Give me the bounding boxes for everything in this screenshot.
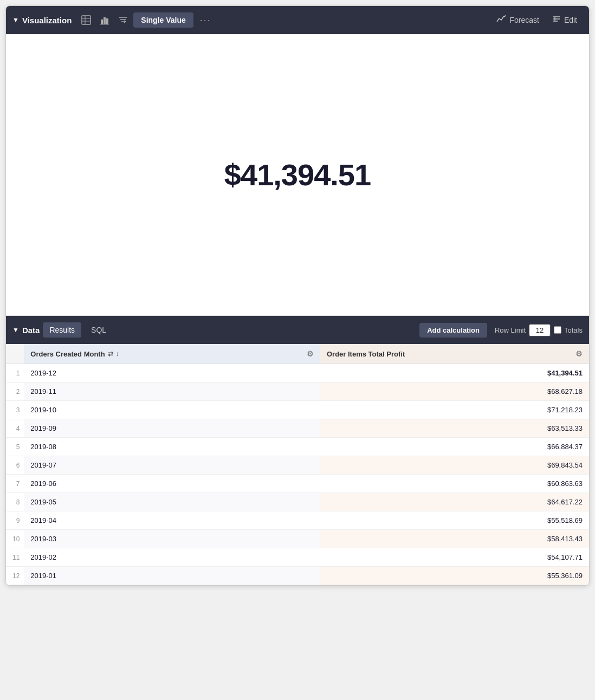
totals-label: Totals	[554, 326, 583, 334]
filter-view-button[interactable]	[115, 13, 131, 27]
dimension-cell: 2019-03	[24, 530, 320, 548]
row-limit-label: Row Limit	[495, 326, 526, 334]
row-number: 1	[6, 364, 24, 383]
viz-toolbar-left: ▼ Visualization	[12, 16, 72, 25]
chevron-down-icon: ▼	[12, 16, 19, 24]
svg-rect-4	[101, 20, 103, 24]
row-limit-input[interactable]	[529, 324, 551, 336]
row-number: 2	[6, 383, 24, 401]
row-number: 12	[6, 567, 24, 585]
table-row: 82019-05$64,617.22	[6, 493, 589, 511]
add-calculation-button[interactable]: Add calculation	[419, 323, 487, 338]
results-tab[interactable]: Results	[43, 322, 81, 338]
row-number: 11	[6, 548, 24, 567]
dimension-cell: 2019-05	[24, 493, 320, 511]
data-toolbar-title: Data	[22, 326, 40, 335]
dimension-cell: 2019-08	[24, 438, 320, 456]
bar-chart-button[interactable]	[96, 13, 113, 27]
dimension-cell: 2019-06	[24, 475, 320, 493]
viz-area: $41,394.51	[6, 34, 589, 316]
edit-label: Edit	[564, 16, 577, 24]
measure-cell: $58,413.43	[320, 530, 589, 548]
edit-icon	[552, 15, 561, 25]
measure-cell: $54,107.71	[320, 548, 589, 567]
more-options-button[interactable]: ···	[196, 12, 216, 28]
dimension-col-label: Orders Created Month	[30, 350, 105, 358]
single-value-tab[interactable]: Single Value	[133, 12, 193, 28]
table-row: 112019-02$54,107.71	[6, 548, 589, 567]
dimension-cell: 2019-07	[24, 456, 320, 475]
row-number: 5	[6, 438, 24, 456]
table-body: 12019-12$41,394.5122019-11$68,627.183201…	[6, 364, 589, 585]
measure-cell: $63,513.33	[320, 419, 589, 438]
row-number: 7	[6, 475, 24, 493]
forecast-icon	[496, 14, 506, 26]
measure-cell: $66,884.37	[320, 438, 589, 456]
dimension-cell: 2019-12	[24, 364, 320, 383]
table-header-row: Orders Created Month ⇄ ↓ ⚙ Order Items T…	[6, 344, 589, 364]
measure-cell: $68,627.18	[320, 383, 589, 401]
measure-gear-icon[interactable]: ⚙	[575, 349, 583, 358]
measure-cell: $69,843.54	[320, 456, 589, 475]
table-row: 22019-11$68,627.18	[6, 383, 589, 401]
totals-checkbox[interactable]	[554, 326, 561, 334]
single-value-display: $41,394.51	[224, 157, 371, 192]
data-chevron-icon: ▼	[12, 326, 19, 334]
measure-cell: $41,394.51	[320, 364, 589, 383]
dimension-cell: 2019-04	[24, 511, 320, 530]
row-number: 10	[6, 530, 24, 548]
dimension-cell: 2019-10	[24, 401, 320, 419]
edit-button[interactable]: Edit	[547, 12, 583, 28]
viz-toolbar-title: Visualization	[22, 16, 72, 25]
row-number: 3	[6, 401, 24, 419]
row-num-header	[6, 344, 24, 364]
measure-cell: $55,518.69	[320, 511, 589, 530]
measure-col-header: Order Items Total Profit ⚙	[320, 344, 589, 364]
table-row: 12019-12$41,394.51	[6, 364, 589, 383]
svg-rect-0	[82, 16, 90, 24]
row-number: 8	[6, 493, 24, 511]
sql-tab[interactable]: SQL	[85, 322, 113, 338]
measure-cell: $71,218.23	[320, 401, 589, 419]
table-row: 102019-03$58,413.43	[6, 530, 589, 548]
sort-desc-icon[interactable]: ↓	[116, 350, 119, 358]
measure-cell: $55,361.09	[320, 567, 589, 585]
svg-line-11	[503, 16, 506, 17]
main-container: ▼ Visualization	[5, 5, 590, 586]
measure-col-label: Order Items Total Profit	[327, 350, 405, 358]
table-row: 122019-01$55,361.09	[6, 567, 589, 585]
data-toolbar: ▼ Data Results SQL Add calculation Row L…	[6, 316, 589, 344]
row-number: 6	[6, 456, 24, 475]
measure-cell: $60,863.63	[320, 475, 589, 493]
data-table-wrapper: Orders Created Month ⇄ ↓ ⚙ Order Items T…	[6, 344, 589, 585]
dimension-cell: 2019-11	[24, 383, 320, 401]
svg-rect-5	[104, 17, 106, 24]
table-view-button[interactable]	[78, 13, 94, 27]
forecast-label: Forecast	[509, 16, 539, 24]
forecast-button[interactable]: Forecast	[491, 12, 544, 28]
dimension-cell: 2019-09	[24, 419, 320, 438]
dimension-col-header: Orders Created Month ⇄ ↓ ⚙	[24, 344, 320, 364]
dimension-cell: 2019-01	[24, 567, 320, 585]
svg-rect-6	[106, 18, 108, 24]
dimension-cell: 2019-02	[24, 548, 320, 567]
table-row: 72019-06$60,863.63	[6, 475, 589, 493]
data-table: Orders Created Month ⇄ ↓ ⚙ Order Items T…	[6, 344, 589, 585]
table-row: 32019-10$71,218.23	[6, 401, 589, 419]
viz-toolbar: ▼ Visualization	[6, 6, 589, 34]
filter-icon[interactable]: ⇄	[108, 350, 113, 358]
measure-cell: $64,617.22	[320, 493, 589, 511]
dimension-gear-icon[interactable]: ⚙	[307, 349, 314, 358]
row-number: 4	[6, 419, 24, 438]
table-row: 62019-07$69,843.54	[6, 456, 589, 475]
row-number: 9	[6, 511, 24, 530]
table-row: 52019-08$66,884.37	[6, 438, 589, 456]
table-row: 42019-09$63,513.33	[6, 419, 589, 438]
table-row: 92019-04$55,518.69	[6, 511, 589, 530]
